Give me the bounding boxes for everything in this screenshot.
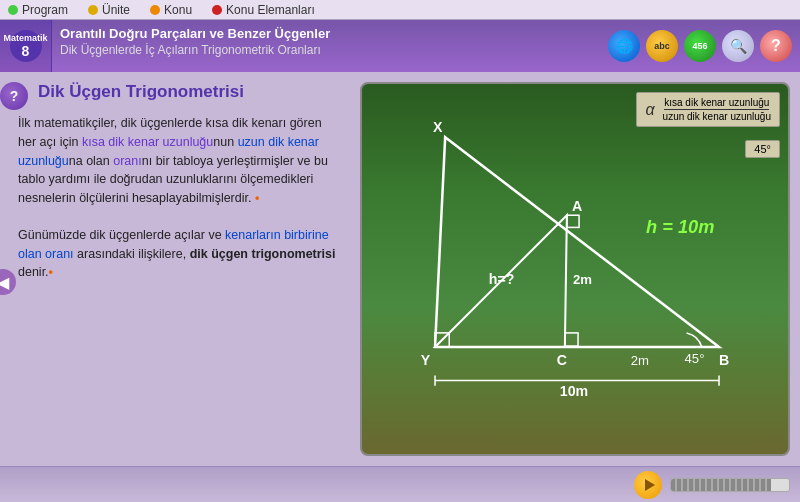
progress-fill [671,479,771,491]
side-2m-left-label: 2m [573,272,592,287]
angle-45-label: 45° [685,351,705,366]
dim-10m-label: 10m [560,383,588,399]
left-panel: ? Dik Üçgen Trigonometrisi İlk matematik… [10,82,350,456]
header: Matematik 8 Orantılı Doğru Parçaları ve … [0,20,800,72]
h-question-label: h=? [489,271,515,287]
nav-label-konu: Konu [164,3,192,17]
nav-dot-unite [88,5,98,15]
formula-alpha: α [645,101,654,119]
badge-number: 8 [22,43,30,59]
formula-angle: 45° [745,140,780,158]
formula-numerator: kısa dik kenar uzunluğu [664,97,769,110]
diagram-svg: h=? 2m h = 10m 45° Y C 2m B 10m X [362,84,788,454]
nav-dot-konu-elemanlari [212,5,222,15]
abc-icon-button[interactable]: abc [646,30,678,62]
dot-note-1: • [255,191,259,205]
lesson-link-3[interactable]: oranı [113,154,142,168]
formula-fraction: kısa dik kenar uzunluğu uzun dik kenar u… [663,97,771,122]
lesson-text-p2: Günümüzde dik üçgenlerde açılar ve [18,228,222,242]
nav-dot-program [8,5,18,15]
top-navigation: Program Ünite Konu Konu Elemanları [0,0,800,20]
large-triangle [435,137,719,347]
formula-denominator: uzun dik kenar uzunluğu [663,110,771,122]
lesson-text-6: denir. [18,265,49,279]
nav-konu-elemanlari[interactable]: Konu Elemanları [212,3,315,17]
side-2m-right-label: 2m [631,353,649,368]
lesson-link-1[interactable]: kısa dik kenar uzunluğu [82,135,213,149]
bottom-bar [0,466,800,502]
angle-arc-b [687,333,702,347]
nav-konu[interactable]: Konu [150,3,192,17]
badge-circle: Matematik 8 [10,30,42,62]
dot-note-2: • [49,265,53,279]
play-button[interactable] [634,471,662,499]
help-icon-button[interactable]: ? [760,30,792,62]
point-b-label: B [719,352,729,368]
badge-subject: Matematik [4,33,48,43]
lesson-text-5: arasındaki ilişkilere, [77,247,186,261]
diagram-panel: α kısa dik kenar uzunluğu uzun dik kenar… [360,82,790,456]
point-x-label: X [433,119,443,135]
nav-unite[interactable]: Ünite [88,3,130,17]
nav-label-unite: Ünite [102,3,130,17]
search-icon-button[interactable]: 🔍 [722,30,754,62]
question-icon[interactable]: ? [0,82,28,110]
lesson-text-2: nun [213,135,234,149]
prev-nav-icon[interactable]: ◀ [0,269,16,295]
lesson-bold-1: dik üçgen trigonometrisi [190,247,336,261]
globe-icon-button[interactable]: 🌐 [608,30,640,62]
progress-bar[interactable] [670,478,790,492]
point-c-label: C [557,352,567,368]
header-icon-group: 🌐 abc 456 🔍 ? [608,30,792,62]
nav-dot-konu [150,5,160,15]
lesson-paragraph-1: İlk matematikçiler, dik üçgenlerde kısa … [18,114,342,208]
lesson-title: Dik Üçgen Trigonometrisi [38,82,342,102]
right-angle-c [565,333,578,346]
point-a-label: A [572,198,582,214]
point-y-label: Y [421,352,431,368]
content-area: ? Dik Üçgen Trigonometrisi İlk matematik… [0,72,800,466]
formula-box: α kısa dik kenar uzunluğu uzun dik kenar… [636,92,780,127]
nav-label-program: Program [22,3,68,17]
h-10m-label: h = 10m [646,217,714,238]
nav-program[interactable]: Program [8,3,68,17]
play-icon [645,479,655,491]
nav-label-konu-elemanlari: Konu Elemanları [226,3,315,17]
right-angle-a [567,215,579,227]
lesson-paragraph-2: Günümüzde dik üçgenlerde açılar ve kenar… [18,226,342,282]
subject-badge: Matematik 8 [0,20,52,72]
lesson-text-3: na olan [69,154,110,168]
num-icon-button[interactable]: 456 [684,30,716,62]
